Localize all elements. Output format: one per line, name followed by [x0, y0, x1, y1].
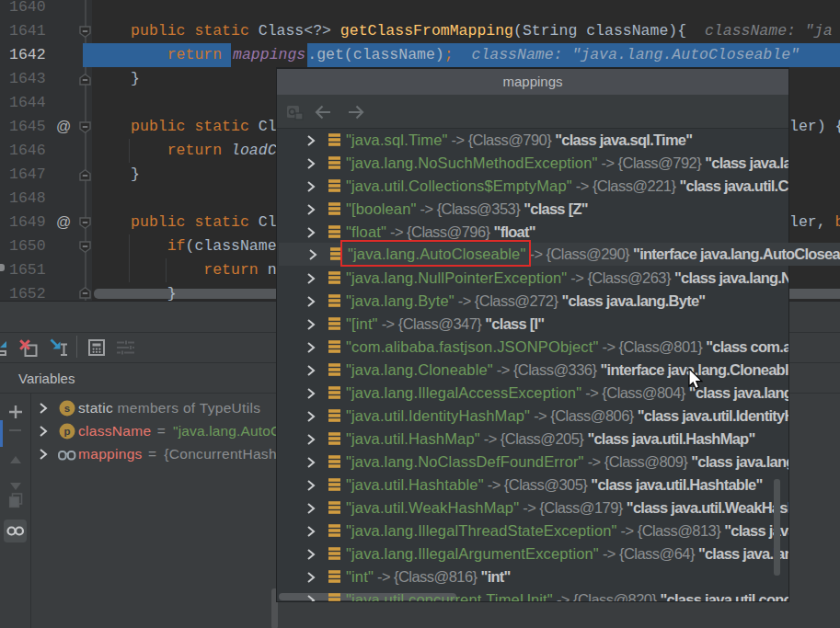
svg-text:s: s	[64, 403, 70, 414]
svg-text:p: p	[63, 426, 70, 437]
